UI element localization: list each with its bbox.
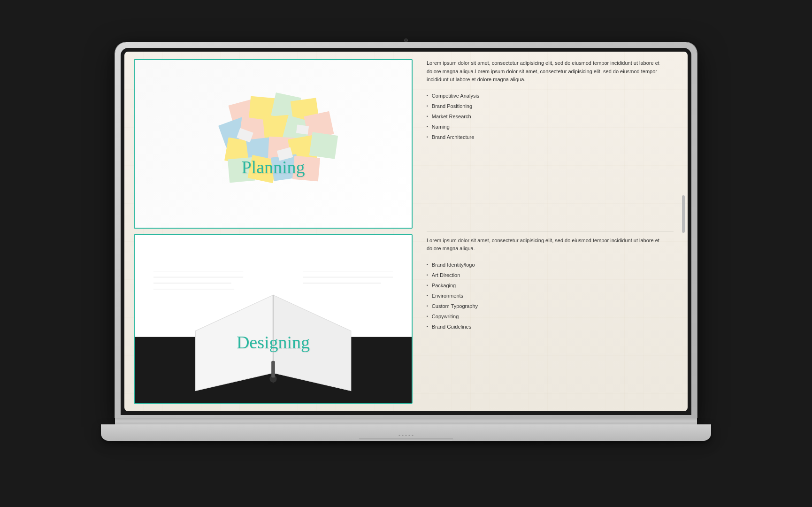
camera-dot [404, 38, 408, 42]
hinge-bar [115, 418, 697, 424]
list-item: Custom Typography [427, 301, 674, 311]
list-item: Market Research [427, 111, 674, 122]
laptop: Planning [101, 42, 711, 465]
list-item: Brand Architecture [427, 132, 674, 142]
vent-dot [399, 435, 400, 436]
planning-section-text: Lorem ipsum dolor sit amet, consectetur … [427, 59, 674, 227]
list-item: Brand Positioning [427, 101, 674, 111]
designing-section-text: Lorem ipsum dolor sit amet, consectetur … [427, 237, 674, 404]
designing-image-card: Designing [134, 234, 413, 404]
vent-dot [409, 435, 410, 436]
section-divider [427, 231, 674, 232]
designing-bullet-list: Brand Identity/logo Art Direction Packag… [427, 260, 674, 332]
svg-rect-20 [296, 124, 309, 134]
designing-body-text: Lorem ipsum dolor sit amet, consectetur … [427, 237, 674, 253]
design-visual [135, 235, 412, 403]
laptop-base [101, 418, 711, 451]
designing-label: Designing [237, 332, 310, 353]
list-item: Environments [427, 291, 674, 301]
planning-image-card: Planning [134, 59, 413, 229]
vent-dot [412, 435, 414, 436]
svg-rect-13 [309, 132, 338, 159]
list-item: Naming [427, 122, 674, 132]
planning-label: Planning [241, 157, 305, 177]
sticky-notes-svg [203, 92, 344, 196]
screen-content: Planning [124, 52, 688, 411]
list-item: Art Direction [427, 270, 674, 280]
list-item: Packaging [427, 280, 674, 291]
list-item: Competitive Analysis [427, 91, 674, 101]
scene: Planning [77, 23, 735, 484]
sticky-notes-art [135, 60, 412, 228]
planning-bullet-list: Competitive Analysis Brand Positioning M… [427, 91, 674, 142]
list-item: Copywriting [427, 311, 674, 322]
designing-svg [135, 235, 412, 403]
svg-rect-34 [271, 361, 275, 378]
bottom-body [101, 424, 711, 441]
surface-shadow [106, 442, 706, 451]
left-column: Planning [124, 52, 417, 411]
vent-dot [402, 435, 404, 436]
list-item: Brand Identity/logo [427, 260, 674, 270]
vent-dot [406, 435, 407, 436]
right-column: Lorem ipsum dolor sit amet, consectetur … [417, 52, 688, 411]
scrollbar[interactable] [682, 195, 685, 233]
screen-bezel: Planning [121, 48, 691, 415]
list-item: Brand Guidelines [427, 322, 674, 332]
vent-dots [399, 435, 414, 436]
screen-outer: Planning [115, 42, 697, 418]
planning-body-text: Lorem ipsum dolor sit amet, consectetur … [427, 59, 674, 84]
